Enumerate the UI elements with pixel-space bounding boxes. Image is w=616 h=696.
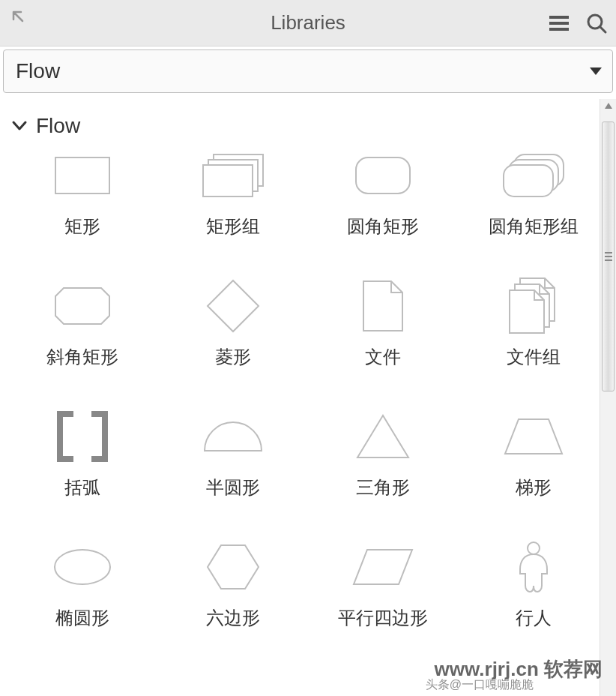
shape-item-bevel-rectangle[interactable]: 斜角矩形 <box>7 284 158 369</box>
shape-item-trapezoid[interactable]: 梯形 <box>459 414 609 500</box>
svg-rect-1 <box>549 22 569 25</box>
rounded-rectangle-icon <box>353 153 413 198</box>
rounded-rectangle-group-icon <box>504 153 564 198</box>
thumb-grip-icon <box>605 252 612 261</box>
libraries-panel: Libraries Flow <box>0 0 616 696</box>
shape-item-rectangle-group[interactable]: 矩形组 <box>158 153 309 238</box>
shape-item-rounded-rectangle-group[interactable]: 圆角矩形组 <box>459 153 609 238</box>
svg-rect-2 <box>549 28 569 31</box>
shape-label: 圆角矩形 <box>347 214 419 238</box>
semicircle-icon <box>203 414 263 459</box>
search-button[interactable] <box>585 11 609 35</box>
svg-rect-8 <box>203 165 253 196</box>
shape-label: 矩形 <box>64 214 100 238</box>
shapes-content: Flow 矩形 矩形组圆角矩形 圆角矩形组斜角矩形菱形文件 文件组 括弧半圆形三… <box>0 100 616 696</box>
ellipse-icon <box>52 544 112 590</box>
shape-label: 圆角矩形组 <box>489 214 579 238</box>
svg-rect-9 <box>356 158 410 194</box>
scrollbar-thumb[interactable] <box>602 122 615 392</box>
file-icon <box>353 284 413 328</box>
svg-rect-5 <box>55 158 109 194</box>
shape-label: 括弧 <box>64 476 100 500</box>
shape-item-file[interactable]: 文件 <box>308 284 459 369</box>
back-button[interactable] <box>7 6 30 28</box>
svg-line-4 <box>600 27 606 32</box>
svg-rect-0 <box>549 16 569 19</box>
shape-item-file-group[interactable]: 文件组 <box>459 284 609 369</box>
shape-label: 矩形组 <box>206 214 260 238</box>
shape-item-ellipse[interactable]: 椭圆形 <box>7 544 158 630</box>
chevron-down-icon <box>12 121 27 131</box>
diamond-icon <box>203 284 263 328</box>
chevron-down-icon <box>590 64 602 78</box>
shapes-grid: 矩形 矩形组圆角矩形 圆角矩形组斜角矩形菱形文件 文件组 括弧半圆形三角形梯形椭… <box>0 153 616 648</box>
brackets-icon <box>52 414 112 459</box>
svg-point-13 <box>55 550 110 584</box>
shape-label: 菱形 <box>215 345 251 369</box>
shape-item-rounded-rectangle[interactable]: 圆角矩形 <box>308 153 459 238</box>
rectangle-group-icon <box>203 153 263 198</box>
shape-label: 文件组 <box>507 345 561 369</box>
svg-rect-12 <box>504 165 553 196</box>
triangle-icon <box>353 414 413 459</box>
section-title: Flow <box>36 114 80 138</box>
menu-button[interactable] <box>547 11 571 35</box>
shape-item-brackets[interactable]: 括弧 <box>7 414 158 500</box>
shape-label: 斜角矩形 <box>46 345 118 369</box>
rectangle-icon <box>52 153 112 198</box>
section-toggle[interactable]: Flow <box>0 108 616 153</box>
shape-label: 三角形 <box>356 476 410 500</box>
bevel-rectangle-icon <box>52 284 112 328</box>
back-arrow-icon <box>11 10 26 25</box>
library-dropdown[interactable]: Flow <box>3 50 613 93</box>
hamburger-icon <box>549 15 569 32</box>
scrollbar[interactable] <box>600 99 616 696</box>
shape-item-semicircle[interactable]: 半圆形 <box>158 414 309 500</box>
shape-label: 平行四边形 <box>338 606 428 630</box>
trapezoid-icon <box>504 414 564 459</box>
scroll-up-icon <box>600 102 616 110</box>
search-icon <box>586 13 607 34</box>
shape-label: 六边形 <box>206 606 260 630</box>
shape-item-diamond[interactable]: 菱形 <box>158 284 309 369</box>
shape-label: 半圆形 <box>206 476 260 500</box>
shape-item-hexagon[interactable]: 六边形 <box>158 544 309 630</box>
shape-item-parallelogram[interactable]: 平行四边形 <box>308 544 459 630</box>
dropdown-selected-label: Flow <box>16 59 60 83</box>
svg-point-14 <box>528 542 540 554</box>
shape-label: 椭圆形 <box>55 606 109 630</box>
shape-item-person[interactable]: 行人 <box>459 544 609 630</box>
panel-header: Libraries <box>0 0 616 46</box>
person-icon <box>504 544 564 590</box>
shape-label: 梯形 <box>516 476 552 500</box>
shape-label: 行人 <box>516 606 552 630</box>
file-group-icon <box>504 284 564 328</box>
parallelogram-icon <box>353 544 413 590</box>
shape-item-triangle[interactable]: 三角形 <box>308 414 459 500</box>
shape-item-rectangle[interactable]: 矩形 <box>7 153 158 238</box>
panel-title: Libraries <box>0 11 616 34</box>
header-actions <box>547 0 609 46</box>
shape-label: 文件 <box>365 345 401 369</box>
hexagon-icon <box>203 544 263 590</box>
